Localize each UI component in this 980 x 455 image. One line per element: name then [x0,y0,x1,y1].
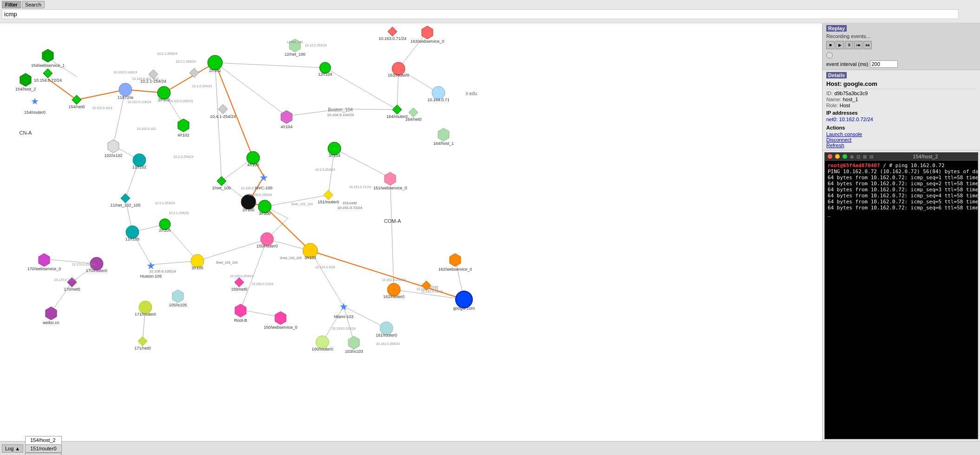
svg-text:10.2.0.254/24: 10.2.0.254/24 [192,84,212,88]
svg-text:154/net0: 154/net0 [68,104,85,109]
svg-text:102/ix102: 102/ix102 [104,153,122,158]
terminal-line: 64 bytes from 10.162.0.72: icmp_seq=2 tt… [828,181,975,187]
svg-text:151/webservice_0: 151/webservice_0 [373,186,407,190]
svg-text:162/webservice_0: 162/webservice_0 [438,267,472,272]
svg-line-53 [164,63,215,93]
launch-console-link[interactable]: Launch console [826,131,976,137]
svg-text:10.104.0.104/24: 10.104.0.104/24 [327,113,354,117]
svg-text:Root-B: Root-B [234,318,247,323]
svg-text:★: ★ [31,96,39,106]
svg-text:12/r104: 12/r104 [318,72,333,77]
svg-marker-90 [217,176,226,186]
terminal-line: 64 bytes from 10.162.0.72: icmp_seq=4 tt… [828,193,975,199]
step-forward-button[interactable]: ⏭ [863,41,872,49]
svg-text:3/r104: 3/r104 [328,153,340,158]
svg-text:10.100.0.2/24: 10.100.0.2/24 [241,187,261,190]
terminal-body[interactable]: root@65f4ad870407 / # ping 10.162.0.72 P… [825,161,978,439]
search-button[interactable]: Search [22,1,45,8]
disconnect-link[interactable]: Disconnect [826,137,976,143]
svg-text:3/net_103_104: 3/net_103_104 [291,202,313,206]
filter-button[interactable]: Filter [2,1,21,8]
pause-button[interactable]: ⏸ [845,41,853,49]
terminal-icon1: ⊗ [850,154,854,159]
svg-marker-100 [324,190,333,200]
svg-text:10.103.0.103/24: 10.103.0.103/24 [332,327,356,330]
svg-line-25 [151,261,197,265]
svg-text:10.162.0.72/24: 10.162.0.72/24 [421,290,443,293]
svg-text:10.151.0.71/24: 10.151.0.71/24 [349,185,371,188]
svg-marker-165 [138,337,147,346]
filter-input[interactable] [2,9,959,19]
terminal-icon3: ⊞ [863,154,867,159]
svg-marker-136 [121,194,130,203]
svg-marker-79 [189,68,199,78]
details-title: Details [826,72,847,78]
bottom-tab-tab2[interactable]: 151/router0 [25,444,61,453]
role-label: Role: [826,103,838,108]
terminal-minimize-dot[interactable] [835,154,840,159]
svg-text:10.3.1-253/24: 10.3.1-253/24 [155,202,175,205]
svg-text:10.103.0.3/24: 10.103.0.3/24 [315,266,335,269]
svg-text:10.151.0.72/24: 10.151.0.72/24 [337,206,362,210]
stop-button[interactable]: ■ [826,41,835,49]
svg-text:10.102.0-4/24: 10.102.0-4/24 [92,106,112,110]
svg-text:ir.edu: ir.edu [466,91,477,96]
svg-text:Miami-103: Miami-103 [334,314,353,319]
svg-text:2/r102: 2/r102 [158,98,170,102]
ip-title: IP addresses [826,110,976,116]
play-button[interactable]: ▶ [836,41,844,49]
terminal-section: ⊗ ⊡ ⊞ ⊟ 154/host_2 root@65f4ad870407 / #… [824,152,978,439]
svg-marker-132 [46,307,57,320]
svg-text:3/r100: 3/r100 [259,211,271,216]
svg-text:Huston-105: Huston-105 [140,274,162,279]
svg-text:154/webservice_1: 154/webservice_1 [31,63,65,68]
svg-text:164/router0: 164/router0 [386,114,408,119]
terminal-close-dot[interactable] [828,154,832,159]
svg-text:10.170.0.72/24: 10.170.0.72/24 [54,278,76,281]
svg-text:163/webservice_0: 163/webservice_0 [411,39,444,44]
replay-toggle[interactable] [826,52,833,58]
svg-marker-102 [385,172,396,185]
details-host: Host: google.com [826,80,976,89]
bottom-tab-tab1[interactable]: 154/host_2 [25,436,61,444]
svg-text:10.105.0.105/24: 10.105.0.105/24 [149,269,176,273]
svg-text:10.102.0-102: 10.102.0-102 [137,127,156,130]
svg-line-6 [215,63,325,68]
svg-text:105/ix105: 105/ix105 [169,303,187,307]
svg-text:12/net_100: 12/net_100 [284,52,305,57]
svg-text:171/router0: 171/router0 [135,312,156,317]
svg-text:2/r100: 2/r100 [242,208,255,212]
log-label: Log [5,446,13,451]
svg-marker-86 [392,105,402,114]
details-role-row: Role: Host [826,103,976,108]
replay-section: Replay Recording events... ■ ▶ ⏸ ⏮ ⏭ eve… [823,23,980,70]
svg-text:3/net_100_105: 3/net_100_105 [280,256,302,260]
log-button[interactable]: Log ▲ [2,444,23,453]
terminal-line: 64 bytes from 10.162.0.72: icmp_seq=3 tt… [828,187,975,193]
svg-marker-167 [172,290,183,303]
svg-text:11/net_102_105: 11/net_102_105 [110,203,140,208]
svg-text:3/r105: 3/r105 [191,266,203,270]
svg-text:2/net_100: 2/net_100 [212,186,231,190]
network-svg[interactable]: 154/webservice_1 154/host_2 ★ 154/router… [0,23,822,441]
svg-text:12/net_100: 12/net_100 [287,40,303,44]
interval-input[interactable] [870,60,898,68]
svg-text:10.4.1-254/24: 10.4.1-254/24 [210,114,236,119]
refresh-link[interactable]: Refresh [826,143,976,148]
svg-text:10.163.0.71/24: 10.163.0.71/24 [379,36,406,41]
step-back-button[interactable]: ⏮ [854,41,862,49]
bottom-tab-tab3[interactable]: 162/router0 [25,453,61,455]
svg-text:11872/w: 11872/w [118,95,134,100]
svg-line-10 [399,69,438,93]
svg-text:10.3.3-253/24: 10.3.3-253/24 [315,168,335,171]
svg-text:11/r102: 11/r102 [132,165,147,169]
svg-text:150/router0: 150/router0 [256,244,278,248]
svg-line-26 [197,239,267,261]
svg-text:164/net0: 164/net0 [405,117,421,122]
svg-text:★: ★ [259,172,268,183]
svg-marker-66 [72,95,81,104]
svg-text:3/r103: 3/r103 [304,255,316,260]
terminal-maximize-dot[interactable] [843,154,847,159]
terminal-icon4: ⊟ [869,154,873,159]
svg-marker-118 [275,312,286,325]
